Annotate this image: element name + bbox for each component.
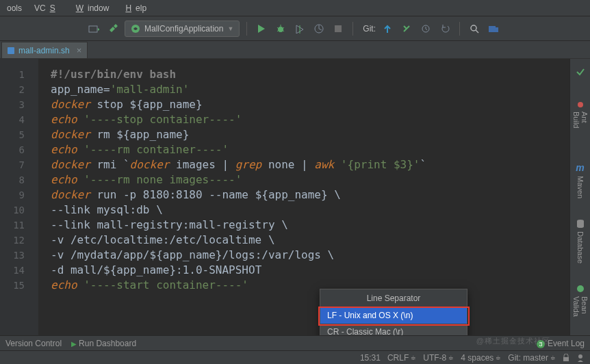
watermark-text: @稀土掘金技术社区 bbox=[476, 336, 550, 346]
tool-version-control[interactable]: Version Control bbox=[5, 339, 62, 348]
hammer-icon[interactable] bbox=[105, 21, 120, 36]
code-line[interactable]: echo '----rm none images----' bbox=[51, 172, 569, 187]
code-line[interactable]: docker rmi `docker images | grep none | … bbox=[51, 157, 569, 172]
svg-rect-18 bbox=[563, 357, 569, 361]
inspection-ok-icon[interactable] bbox=[573, 64, 588, 79]
svg-rect-9 bbox=[335, 25, 342, 32]
tool-maven[interactable]: m Maven bbox=[576, 162, 584, 198]
menu-help[interactable]: Help bbox=[117, 2, 151, 14]
tool-ant-build[interactable]: Ant Build bbox=[572, 100, 589, 142]
code-area[interactable]: #!/usr/bin/env bashapp_name='mall-admin'… bbox=[38, 59, 569, 335]
shell-file-icon bbox=[8, 47, 14, 54]
svg-point-2 bbox=[278, 27, 283, 32]
status-line-separator[interactable]: CRLF ≑ bbox=[387, 353, 416, 363]
line-number: 6 bbox=[0, 142, 38, 157]
line-number: 13 bbox=[0, 248, 38, 263]
line-number: 8 bbox=[0, 172, 38, 187]
svg-rect-13 bbox=[489, 26, 496, 32]
svg-point-11 bbox=[471, 25, 476, 31]
code-line[interactable]: docker run -p 8180:8180 --name ${app_nam… bbox=[51, 187, 569, 203]
vcs-update-icon[interactable] bbox=[380, 21, 395, 36]
code-line[interactable]: docker rm ${app_name} bbox=[51, 127, 569, 142]
line-number-gutter: 123456789101112131415 bbox=[0, 59, 38, 335]
run-config-label: MallConfigApplication bbox=[144, 24, 223, 34]
line-number: 12 bbox=[0, 233, 38, 248]
status-readonly-icon[interactable] bbox=[563, 354, 569, 362]
svg-point-15 bbox=[578, 102, 583, 107]
ant-icon bbox=[576, 100, 585, 109]
database-icon bbox=[576, 219, 585, 229]
build-icon[interactable] bbox=[86, 21, 101, 36]
close-tab-icon[interactable]: × bbox=[77, 45, 82, 55]
maven-icon: m bbox=[576, 162, 584, 173]
code-line[interactable]: -d mall/${app_name}:1.0-SNAPSHOT bbox=[51, 263, 569, 278]
line-number: 11 bbox=[0, 218, 38, 233]
line-number: 15 bbox=[0, 278, 38, 293]
svg-rect-0 bbox=[89, 26, 97, 32]
popup-item-lf[interactable]: LF - Unix and OS X (\n) bbox=[320, 307, 467, 324]
code-line[interactable]: app_name='mall-admin' bbox=[51, 82, 569, 97]
coverage-button[interactable] bbox=[292, 21, 307, 36]
search-icon[interactable] bbox=[467, 21, 482, 36]
spring-icon bbox=[131, 24, 140, 34]
status-bar: 15:31 CRLF ≑ UTF-8 ≑ 4 spaces ≑ Git: mas… bbox=[0, 350, 590, 364]
svg-rect-14 bbox=[496, 27, 498, 32]
bean-icon bbox=[576, 284, 585, 294]
main-toolbar: MallConfigApplication ▼ Git: bbox=[0, 16, 590, 41]
right-tool-rail: Ant Build m Maven Database Bean Valida bbox=[569, 59, 590, 335]
vcs-history-icon[interactable] bbox=[418, 21, 433, 36]
code-line[interactable]: -v /etc/localtime:/etc/localtime \ bbox=[51, 233, 569, 248]
line-number: 10 bbox=[0, 203, 38, 218]
debug-button[interactable] bbox=[273, 21, 288, 36]
line-number: 14 bbox=[0, 263, 38, 278]
svg-line-5 bbox=[283, 27, 284, 29]
menu-tools[interactable]: ools bbox=[3, 2, 26, 14]
dropdown-arrow-icon: ▼ bbox=[227, 25, 233, 32]
tool-run-dashboard[interactable]: ▶Run Dashboard bbox=[71, 339, 136, 348]
run-configuration-dropdown[interactable]: MallConfigApplication ▼ bbox=[125, 21, 240, 37]
svg-line-12 bbox=[476, 30, 478, 33]
svg-line-7 bbox=[283, 30, 284, 31]
file-tab-active[interactable]: mall-admin.sh × bbox=[1, 42, 88, 58]
line-number: 7 bbox=[0, 157, 38, 172]
profile-button[interactable] bbox=[311, 21, 326, 36]
line-number: 2 bbox=[0, 82, 38, 97]
line-number: 9 bbox=[0, 187, 38, 203]
svg-point-17 bbox=[577, 285, 584, 292]
file-tab-label: mall-admin.sh bbox=[18, 46, 70, 55]
run-button[interactable] bbox=[254, 21, 269, 36]
status-indent[interactable]: 4 spaces ≑ bbox=[461, 353, 501, 363]
status-encoding[interactable]: UTF-8 ≑ bbox=[423, 353, 454, 363]
vcs-revert-icon[interactable] bbox=[437, 21, 452, 36]
editor-tab-bar: mall-admin.sh × bbox=[0, 41, 590, 59]
vcs-commit-icon[interactable] bbox=[399, 21, 414, 36]
code-line[interactable]: echo '----start container----' bbox=[51, 278, 569, 293]
status-caret-position[interactable]: 15:31 bbox=[360, 353, 381, 363]
code-line[interactable]: docker stop ${app_name} bbox=[51, 97, 569, 112]
code-line[interactable]: echo '----rm container----' bbox=[51, 142, 569, 157]
line-number: 3 bbox=[0, 97, 38, 112]
code-line[interactable]: --link mysql:db \ bbox=[51, 203, 569, 218]
code-line[interactable]: echo '----stop container----' bbox=[51, 112, 569, 127]
code-line[interactable]: -v /mydata/app/${app_name}/logs:/var/log… bbox=[51, 248, 569, 263]
status-git-branch[interactable]: Git: master ≑ bbox=[508, 353, 556, 363]
menu-window[interactable]: Window bbox=[68, 2, 114, 14]
line-number: 1 bbox=[0, 67, 38, 82]
svg-point-19 bbox=[578, 354, 582, 359]
ide-settings-icon[interactable] bbox=[486, 21, 501, 36]
code-line[interactable]: --link mall-registry:mall-registry \ bbox=[51, 218, 569, 233]
line-number: 4 bbox=[0, 112, 38, 127]
status-hector-icon[interactable] bbox=[576, 354, 585, 362]
line-separator-popup: Line Separator LF - Unix and OS X (\n) C… bbox=[320, 289, 467, 341]
tool-database[interactable]: Database bbox=[576, 219, 585, 263]
line-number: 5 bbox=[0, 127, 38, 142]
tool-bean-validation[interactable]: Bean Valida bbox=[572, 284, 589, 335]
stop-button[interactable] bbox=[331, 21, 346, 36]
menu-bar: ools VCS Window Help bbox=[0, 0, 590, 16]
popup-title: Line Separator bbox=[320, 289, 467, 307]
code-editor[interactable]: 123456789101112131415 #!/usr/bin/env bas… bbox=[0, 59, 569, 335]
menu-vcs[interactable]: VCS bbox=[30, 2, 64, 14]
svg-line-6 bbox=[277, 30, 279, 31]
code-line[interactable]: #!/usr/bin/env bash bbox=[51, 67, 569, 82]
git-label: Git: bbox=[363, 24, 376, 34]
